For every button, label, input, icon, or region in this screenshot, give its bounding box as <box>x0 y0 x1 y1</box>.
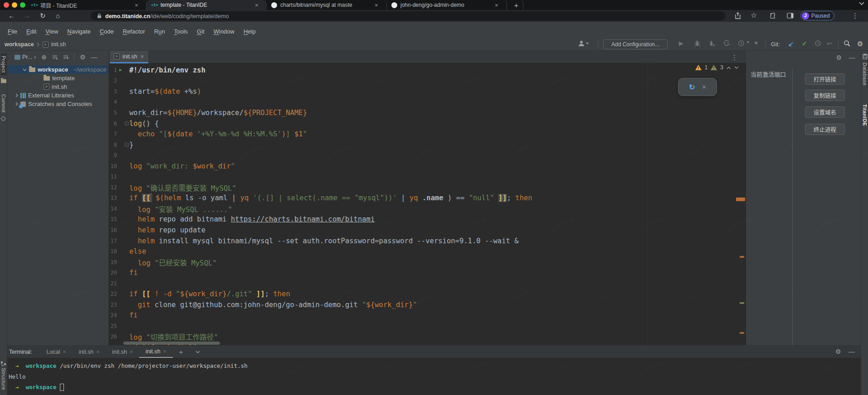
address-bar[interactable]: demo.titanide.cn/ide/web/coding/template… <box>91 11 726 20</box>
chevron-down-icon[interactable] <box>23 68 27 71</box>
tool-window-tab-project[interactable]: Project <box>1 53 6 75</box>
browser-tab-2[interactable]: <t>template - TitanIDE× <box>146 0 267 10</box>
browser-menu-kebab-icon[interactable]: ⋮ <box>852 12 858 19</box>
editor-tab-init-sh[interactable]: > init.sh × <box>110 51 148 63</box>
hide-panel-icon[interactable]: — <box>91 54 98 60</box>
port-action-button-3[interactable]: 设置域名 <box>805 106 845 118</box>
new-tab-button[interactable]: + <box>510 0 523 10</box>
close-tab-icon[interactable]: × <box>374 2 379 8</box>
bookmark-star-icon[interactable]: ☆ <box>751 12 757 19</box>
debug-bug-icon[interactable] <box>694 40 701 47</box>
inspections-widget[interactable]: 1 3 <box>695 64 739 71</box>
port-action-button-1[interactable]: 打开链接 <box>805 73 845 85</box>
browser-tab-1[interactable]: <t>项目 - TitanIDE× <box>26 0 146 10</box>
git-update-icon[interactable]: ↙ <box>788 40 794 48</box>
add-configuration-button[interactable]: Add Configuration... <box>603 39 668 49</box>
terminal-tab-4[interactable]: init.sh× <box>139 346 173 358</box>
run-line-icon[interactable]: ▶ <box>117 68 124 72</box>
close-tab-icon[interactable]: × <box>130 349 133 355</box>
editor-body[interactable]: 1▶#!/usr/bin/env zsh23start=$(date +%s)4… <box>109 63 746 345</box>
scrollbar-warning-mark[interactable] <box>740 256 744 258</box>
browser-tab-3[interactable]: charts/bitnami/mysql at maste× <box>267 0 387 10</box>
close-tab-icon[interactable]: × <box>140 53 145 59</box>
fold-icon[interactable]: - <box>125 121 129 125</box>
close-tab-icon[interactable]: × <box>96 349 99 355</box>
git-history-clock-icon[interactable] <box>814 40 821 47</box>
tree-item-scratches-and-consoles[interactable]: Scratches and Consoles <box>7 100 108 108</box>
close-tab-icon[interactable]: × <box>254 2 259 8</box>
port-action-button-4[interactable]: 终止进程 <box>805 124 845 135</box>
run-button[interactable]: ▶ <box>679 40 683 47</box>
menu-window[interactable]: Window <box>210 27 239 36</box>
hide-panel-icon[interactable]: — <box>849 54 855 61</box>
fold-icon[interactable]: - <box>125 143 129 147</box>
refresh-icon[interactable]: ↻ <box>689 83 695 92</box>
scrollbar-weak-mark[interactable] <box>740 302 744 304</box>
run-with-coverage-clock-icon[interactable] <box>738 40 745 47</box>
menu-refactor[interactable]: Refactor <box>119 27 149 36</box>
close-tab-icon[interactable]: × <box>63 349 66 355</box>
close-tab-icon[interactable]: × <box>134 2 139 8</box>
reload-button[interactable]: ↻ <box>40 12 46 19</box>
menu-view[interactable]: View <box>41 27 62 36</box>
menu-edit[interactable]: Edit <box>22 27 40 36</box>
share-icon[interactable] <box>735 12 741 19</box>
debug-with-coverage-icon[interactable] <box>708 40 715 47</box>
tool-window-tab-titanide[interactable]: TitanIDE <box>862 104 868 126</box>
expand-all-icon[interactable] <box>52 54 58 60</box>
close-icon[interactable]: × <box>702 83 706 91</box>
locate-file-icon[interactable]: ⊕ <box>41 54 47 60</box>
scrollbar-warning-mark[interactable] <box>736 198 745 201</box>
tool-window-tab-commit[interactable]: Commit <box>1 94 6 113</box>
breadcrumb-root[interactable]: workspace <box>5 41 34 48</box>
tree-item-workspace[interactable]: workspace~/workspace <box>7 65 108 74</box>
panel-settings-gear-icon[interactable]: ⚙ <box>836 54 842 61</box>
close-tab-icon[interactable]: × <box>163 348 166 355</box>
terminal-settings-gear-icon[interactable]: ⚙ <box>835 348 841 355</box>
extensions-puzzle-icon[interactable] <box>770 13 776 19</box>
editor-options-kebab-icon[interactable]: ⋮ <box>731 54 738 61</box>
terminal-output[interactable]: → workspace /usr/bin/env zsh /home/proje… <box>7 358 248 393</box>
tree-item-external-libraries[interactable]: External Libraries <box>7 91 108 100</box>
tool-window-tab-structure[interactable]: Structure <box>1 368 6 390</box>
rollback-icon[interactable]: ↩ <box>827 40 832 47</box>
tree-item-template[interactable]: template <box>7 74 108 82</box>
scrollbar-warning-mark[interactable] <box>740 332 744 334</box>
tool-window-tab-database[interactable]: Database <box>862 63 868 86</box>
terminal-tab-dropdown[interactable] <box>189 346 206 358</box>
fold-marker[interactable]: - <box>124 143 129 147</box>
close-tab-icon[interactable]: × <box>494 2 499 8</box>
fold-marker[interactable]: - <box>124 121 129 125</box>
forward-button[interactable]: → <box>24 12 30 19</box>
project-widget-icon[interactable] <box>578 40 590 47</box>
terminal-tab-2[interactable]: init.sh× <box>73 346 106 358</box>
tab-search-chevron[interactable] <box>859 2 864 5</box>
browser-profile-button[interactable]: J Paused <box>800 11 834 20</box>
menu-run[interactable]: Run <box>150 27 169 36</box>
project-view-selector[interactable]: Pr... ▾ <box>15 54 36 60</box>
collapse-all-icon[interactable] <box>63 54 68 60</box>
menu-git[interactable]: Git <box>193 27 209 36</box>
menu-file[interactable]: File <box>4 27 21 36</box>
tree-item-init-sh[interactable]: >init.sh <box>7 82 108 91</box>
stop-button[interactable]: ■ <box>755 40 758 45</box>
port-action-button-2[interactable]: 复制链接 <box>805 90 845 101</box>
settings-gear-icon[interactable]: ⚙ <box>857 40 863 48</box>
chevron-right-icon[interactable] <box>15 93 18 97</box>
menu-navigate[interactable]: Navigate <box>63 27 94 36</box>
menu-code[interactable]: Code <box>96 27 118 36</box>
menu-help[interactable]: Help <box>239 27 260 36</box>
next-warning-chevron-icon[interactable] <box>734 66 739 69</box>
back-button[interactable]: ← <box>8 12 15 19</box>
menu-tools[interactable]: Tools <box>170 27 192 36</box>
prev-warning-chevron-icon[interactable] <box>727 66 731 69</box>
browser-tab-4[interactable]: john-deng/go-admin-demo× <box>387 0 507 10</box>
sidebar-toggle-icon[interactable] <box>787 13 794 19</box>
new-terminal-tab-button[interactable]: + <box>173 346 190 358</box>
window-minimize-button[interactable] <box>12 2 17 8</box>
chevron-down-icon[interactable]: ▾ <box>747 40 749 44</box>
breadcrumb-file[interactable]: init.sh <box>51 41 66 48</box>
horizontal-scrollbar-thumb[interactable] <box>123 342 220 345</box>
search-everywhere-icon[interactable] <box>844 40 851 47</box>
profiler-icon[interactable] <box>723 40 730 47</box>
